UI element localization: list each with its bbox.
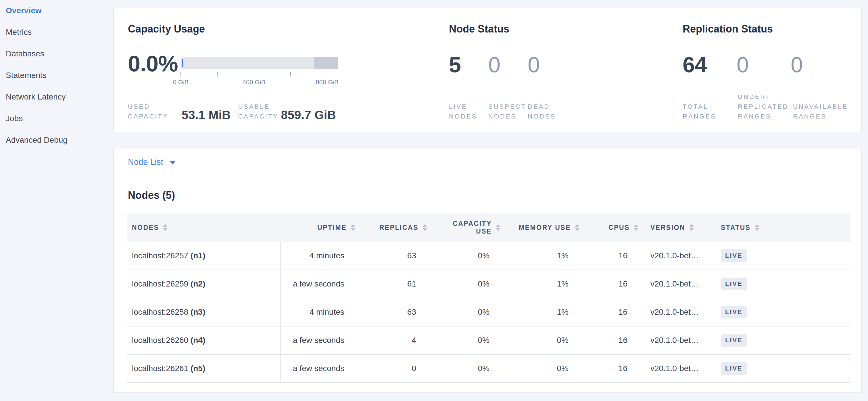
cell-replicas: 0 bbox=[358, 354, 429, 382]
axis-tick-label: 0 GiB bbox=[173, 79, 189, 86]
axis-tick bbox=[290, 72, 291, 77]
capacity-bar-other-segment bbox=[314, 57, 338, 69]
replication-status-labels: TOTAL RANGESUNDER-REPLICATED RANGESUNAVA… bbox=[683, 92, 848, 121]
sidebar-item-label: Metrics bbox=[6, 27, 32, 37]
node-status-title: Node Status bbox=[449, 23, 683, 35]
sidebar-item-metrics[interactable]: Metrics bbox=[6, 27, 113, 49]
column-header-uptime[interactable]: UPTIME bbox=[281, 213, 358, 241]
axis-tick bbox=[217, 72, 218, 77]
sort-arrows-icon bbox=[689, 224, 694, 231]
node-id: (n1) bbox=[191, 251, 205, 260]
cell-cpus: 16 bbox=[582, 354, 641, 382]
column-header-label: MEMORY USE bbox=[519, 224, 571, 232]
cell-cpus: 16 bbox=[582, 326, 641, 354]
column-header-label: CAPACITY USE bbox=[449, 220, 492, 235]
sidebar: Overview Metrics Databases Statements Ne… bbox=[0, 0, 113, 401]
cell-uptime: a few seconds bbox=[281, 354, 358, 382]
node-address[interactable]: localhost:26261 bbox=[132, 364, 188, 373]
node-id: (n4) bbox=[191, 336, 205, 345]
cell-capacity-use: 0% bbox=[429, 326, 503, 354]
cell-memory-use: 1% bbox=[503, 241, 582, 270]
node-list-dropdown[interactable]: Node List bbox=[114, 148, 861, 176]
cell-cpus: 16 bbox=[582, 298, 641, 326]
column-header-label: CPUS bbox=[609, 224, 630, 232]
node-address[interactable]: localhost:26260 bbox=[132, 336, 188, 345]
sidebar-item-overview[interactable]: Overview bbox=[6, 6, 113, 27]
node-address[interactable]: localhost:26257 bbox=[132, 251, 188, 260]
cell-memory-use: 0% bbox=[503, 326, 582, 354]
usable-capacity-value: 859.7 GiB bbox=[281, 109, 336, 121]
capacity-stats: USED CAPACITY 53.1 MiB USABLE CAPACITY 8… bbox=[128, 102, 449, 121]
cell-cpus: 16 bbox=[582, 241, 641, 270]
node-address[interactable]: localhost:26258 bbox=[132, 308, 188, 316]
table-row[interactable]: localhost:26261 (n5) a few seconds 0 0% … bbox=[127, 354, 850, 382]
sidebar-item-label: Statements bbox=[6, 70, 46, 80]
cell-memory-use: 1% bbox=[503, 298, 582, 326]
status-badge: LIVE bbox=[721, 334, 747, 347]
sidebar-nav: Overview Metrics Databases Statements Ne… bbox=[6, 6, 113, 157]
cell-replicas: 61 bbox=[358, 270, 429, 298]
cell-uptime: 4 minutes bbox=[281, 298, 358, 326]
column-header-cpus[interactable]: CPUS bbox=[582, 213, 641, 241]
column-header-capacity-use[interactable]: CAPACITY USE bbox=[429, 213, 503, 241]
cell-uptime: 4 minutes bbox=[281, 241, 358, 270]
cell-replicas: 4 bbox=[358, 326, 429, 354]
stat-label: TOTAL RANGES bbox=[683, 102, 738, 121]
stat-value: 64 bbox=[683, 53, 737, 76]
stat-label: DEAD NODES bbox=[528, 102, 567, 121]
node-status-figures: 500 bbox=[449, 53, 683, 76]
column-header-memory-use[interactable]: MEMORY USE bbox=[503, 213, 582, 241]
cell-version: v20.1.0-bet… bbox=[641, 298, 714, 326]
axis-tick bbox=[181, 72, 181, 77]
table-row[interactable]: localhost:26257 (n1) 4 minutes 63 0% 1% … bbox=[127, 241, 850, 270]
table-row[interactable]: localhost:26260 (n4) a few seconds 4 0% … bbox=[127, 326, 850, 354]
capacity-gauge-row: 0.0% 0 GiB400 GiB800 GiB bbox=[128, 52, 449, 86]
sidebar-item-label: Jobs bbox=[6, 114, 23, 123]
capacity-bar-chart: 0 GiB400 GiB800 GiB bbox=[181, 57, 342, 86]
cell-memory-use: 1% bbox=[503, 270, 582, 298]
column-header-version[interactable]: VERSION bbox=[641, 213, 714, 241]
sort-arrows-icon bbox=[496, 224, 500, 231]
column-header-replicas[interactable]: REPLICAS bbox=[358, 213, 429, 241]
sidebar-item-advanced-debug[interactable]: Advanced Debug bbox=[6, 135, 113, 157]
sidebar-item-network-latency[interactable]: Network Latency bbox=[6, 92, 113, 114]
used-capacity-label: USED CAPACITY bbox=[128, 102, 181, 121]
stat-label: UNAVAILABLE RANGES bbox=[793, 102, 848, 121]
cell-capacity-use: 0% bbox=[429, 241, 503, 270]
column-header-label: REPLICAS bbox=[379, 224, 418, 232]
used-capacity-value: 53.1 MiB bbox=[182, 109, 230, 121]
cell-version: v20.1.0-bet… bbox=[641, 241, 714, 270]
usable-capacity-label: USABLE CAPACITY bbox=[238, 102, 280, 121]
column-header-label: VERSION bbox=[650, 224, 685, 232]
node-address[interactable]: localhost:26259 bbox=[132, 279, 188, 288]
cell-memory-use: 0% bbox=[503, 354, 582, 382]
sidebar-item-databases[interactable]: Databases bbox=[6, 49, 113, 70]
sort-arrows-icon bbox=[351, 224, 355, 231]
stat-value: 0 bbox=[488, 53, 528, 76]
cell-cpus: 16 bbox=[582, 270, 641, 298]
status-badge: LIVE bbox=[721, 362, 747, 375]
axis-tick bbox=[327, 72, 328, 77]
table-row[interactable]: localhost:26258 (n3) 4 minutes 63 0% 1% … bbox=[127, 298, 850, 326]
stat-value: 5 bbox=[449, 53, 488, 76]
replication-status-title: Replication Status bbox=[683, 23, 848, 35]
sort-arrows-icon bbox=[575, 224, 580, 231]
capacity-bar-usable-segment bbox=[181, 57, 314, 69]
stat-value: 0 bbox=[528, 53, 567, 76]
sidebar-item-statements[interactable]: Statements bbox=[6, 70, 113, 92]
app-root: Overview Metrics Databases Statements Ne… bbox=[0, 0, 868, 401]
table-row[interactable]: localhost:26259 (n2) a few seconds 61 0%… bbox=[127, 270, 850, 298]
cell-capacity-use: 0% bbox=[429, 298, 503, 326]
capacity-used-marker bbox=[182, 59, 183, 67]
cell-replicas: 63 bbox=[358, 298, 429, 326]
used-capacity-stat: USED CAPACITY 53.1 MiB bbox=[128, 102, 230, 121]
sort-arrows-icon bbox=[423, 224, 427, 231]
table-body: localhost:26257 (n1) 4 minutes 63 0% 1% … bbox=[127, 241, 850, 382]
usable-capacity-stat: USABLE CAPACITY 859.7 GiB bbox=[238, 102, 336, 121]
column-header-nodes[interactable]: NODES bbox=[127, 213, 281, 241]
sidebar-item-jobs[interactable]: Jobs bbox=[6, 114, 113, 135]
stat-value: 0 bbox=[791, 53, 845, 76]
node-list-card: Node List Nodes (5) NODES UPTIME bbox=[113, 148, 862, 393]
column-header-status[interactable]: STATUS bbox=[714, 213, 850, 241]
axis-tick bbox=[254, 72, 254, 77]
